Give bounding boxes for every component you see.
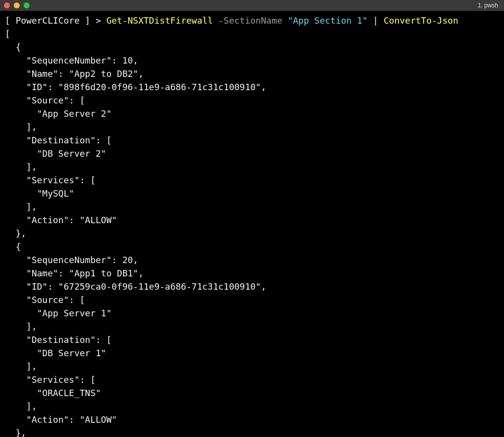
- minimize-icon[interactable]: [14, 2, 20, 8]
- cmdlet-secondary: ConvertTo-Json: [383, 15, 458, 26]
- cmd-param-flag: -SectionName: [213, 15, 288, 26]
- terminal-output: [ { "SequenceNumber": 10, "Name": "App2 …: [5, 29, 266, 437]
- terminal-body[interactable]: [ PowerCLICore ] > Get-NSXTDistFirewall …: [0, 11, 504, 437]
- prompt-context: PowerCLICore: [16, 15, 80, 26]
- close-icon[interactable]: [4, 2, 10, 8]
- titlebar: 1. pwsh: [0, 0, 504, 11]
- zoom-icon[interactable]: [24, 2, 30, 8]
- prompt-close: ] >: [80, 15, 106, 26]
- cmdlet-primary: Get-NSXTDistFirewall: [106, 15, 213, 26]
- prompt-open: [: [5, 15, 16, 26]
- window-title: 1. pwsh: [478, 2, 498, 9]
- cmd-pipe: |: [368, 15, 384, 26]
- cmd-param-value: "App Section 1": [287, 15, 368, 26]
- terminal-window: 1. pwsh [ PowerCLICore ] > Get-NSXTDistF…: [0, 0, 504, 437]
- window-controls: [4, 2, 30, 8]
